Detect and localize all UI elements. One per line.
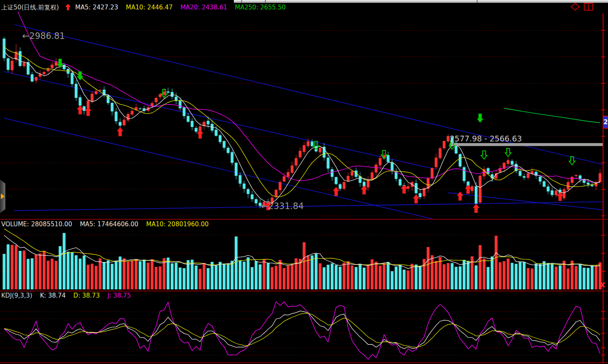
kdj-k-value: K: 38.74 [40,292,66,299]
low-price-label: ←2331.84 [261,201,304,211]
kdj-d-value: D: 38.73 [73,292,100,299]
symbol-title: 上证50(日线.前复权) [1,4,59,11]
toolbar-separator [265,0,266,3]
gap-range-label: 2577.98 - 2566.63 [450,134,522,143]
chart-canvas [0,0,608,364]
right-axis-price-badge: 26 [603,116,608,129]
window-controls [570,2,594,11]
toolbar-separator [477,0,478,3]
kdj-j-value: J: 38.75 [107,292,131,299]
volume-value: VOLUME: 28085510.00 [1,221,72,228]
diamond-button[interactable] [570,2,580,11]
kdj-label: KDJ(9,3,3) [1,292,32,299]
kdj-header: KDJ(9,3,3) K: 38.74 D: 38.73 J: 38.75 [1,292,137,299]
kdj-lines [4,302,600,359]
top-toolbar-edge [234,0,608,3]
ma250-value: MA250: 2655.50 [235,4,286,11]
ma10-value: MA10: 2446.47 [126,4,173,11]
gap-range-bar [450,143,603,146]
panel-divider [0,362,608,363]
volume-ma10-value: MA10: 20801960.00 [146,221,208,228]
trading-app-window: 上证50(日线.前复权) MA5: 2427.23 MA10: 2446.47 … [0,0,608,364]
expand-arrow-icon [1,193,5,199]
indicator-close-button[interactable]: X [600,281,605,289]
toolbar-separator [241,0,242,3]
panel-divider [0,291,608,291]
volume-header: VOLUME: 28085510.00 MA5: 17464606.00 MA1… [1,221,215,228]
ma20-value: MA20: 2438.61 [181,4,227,11]
candlesticks [3,37,602,208]
ma-lines [4,0,600,203]
panel-divider [0,219,608,220]
window-panes-button[interactable] [583,2,594,11]
volume-ma-lines [4,229,600,269]
high-price-label: ←2986.81 [22,31,65,41]
volume-bars [3,233,602,289]
up-arrow-icon [65,4,71,11]
ma5-value: MA5: 2427.23 [75,4,118,11]
main-chart-header: 上证50(日线.前复权) MA5: 2427.23 MA10: 2446.47 … [1,4,291,11]
volume-ma5-value: MA5: 17464606.00 [80,221,139,228]
sidebar-expand-handle[interactable] [0,180,5,213]
